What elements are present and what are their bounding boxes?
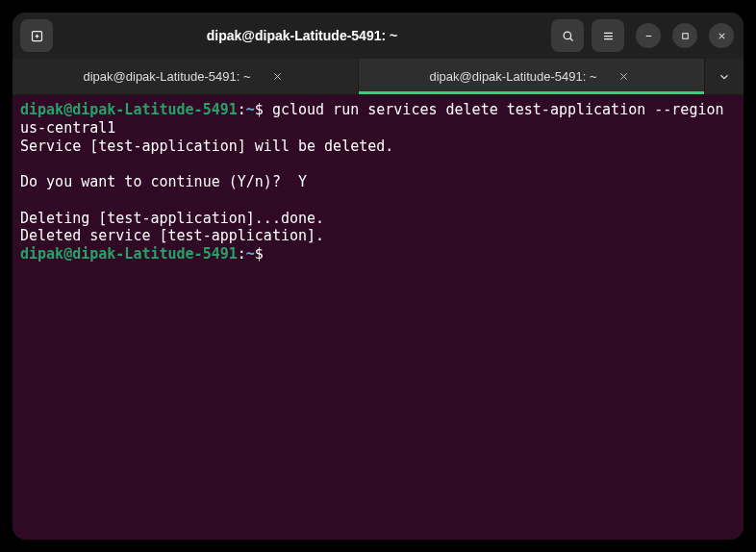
prompt-symbol: $ — [255, 245, 264, 263]
terminal-output: Deleted service [test-application]. — [20, 227, 324, 244]
minimize-button[interactable] — [636, 23, 661, 48]
titlebar: dipak@dipak-Latitude-5491: ~ — [13, 13, 743, 59]
prompt-symbol: $ — [255, 101, 264, 118]
terminal-output: Service [test-application] will be delet… — [20, 138, 393, 155]
tab-label: dipak@dipak-Latitude-5491: ~ — [429, 69, 596, 84]
window-title: dipak@dipak-Latitude-5491: ~ — [61, 28, 543, 43]
terminal-window: dipak@dipak-Latitude-5491: ~ dipak@dipak… — [13, 13, 743, 539]
search-button[interactable] — [551, 19, 584, 52]
svg-point-3 — [564, 32, 571, 39]
prompt-user: dipak@dipak-Latitude-5491 — [20, 101, 238, 118]
tab-label: dipak@dipak-Latitude-5491: ~ — [83, 69, 250, 84]
svg-rect-9 — [682, 33, 688, 38]
tab-close-icon[interactable] — [268, 67, 288, 87]
prompt-path: ~ — [246, 245, 255, 263]
prompt-user: dipak@dipak-Latitude-5491 — [20, 245, 238, 263]
menu-button[interactable] — [592, 19, 624, 52]
tab-2[interactable]: dipak@dipak-Latitude-5491: ~ — [359, 59, 705, 94]
tab-bar: dipak@dipak-Latitude-5491: ~ dipak@dipak… — [13, 59, 743, 95]
close-button[interactable] — [709, 23, 734, 48]
tab-dropdown-button[interactable] — [705, 59, 743, 94]
prompt-colon: : — [238, 245, 246, 263]
maximize-button[interactable] — [672, 23, 697, 48]
terminal-content[interactable]: dipak@dipak-Latitude-5491:~$ gcloud run … — [13, 95, 743, 539]
terminal-output: Deleting [test-application]...done. — [20, 210, 324, 227]
new-tab-button[interactable] — [20, 19, 53, 52]
terminal-output: Do you want to continue (Y/n)? Y — [20, 173, 307, 190]
terminal-cursor-area — [264, 245, 272, 263]
tab-close-icon[interactable] — [615, 67, 634, 87]
prompt-path: ~ — [246, 101, 255, 118]
tab-1[interactable]: dipak@dipak-Latitude-5491: ~ — [13, 59, 359, 94]
svg-line-4 — [569, 38, 572, 40]
prompt-colon: : — [238, 101, 246, 118]
window-controls — [636, 23, 734, 48]
